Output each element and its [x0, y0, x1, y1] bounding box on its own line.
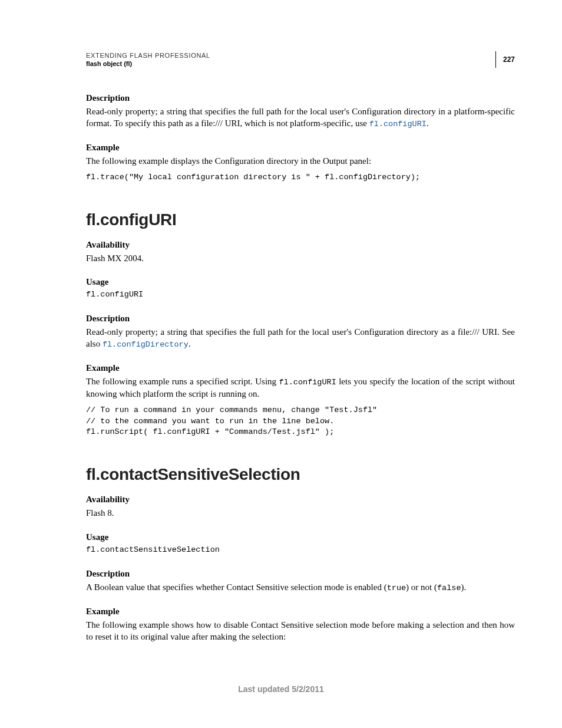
section-title-contactsensitive: fl.contactSensitiveSelection — [86, 465, 515, 484]
example-text: The following example runs a specified s… — [86, 375, 515, 400]
description-text-part2: . — [189, 339, 191, 348]
description-text: Read-only property; a string that specif… — [86, 326, 515, 350]
description-text-part1: A Boolean value that specifies whether C… — [86, 582, 387, 592]
footer-updated: Last updated 5/2/2011 — [0, 684, 562, 694]
page: EXTENDING FLASH PROFESSIONAL flash objec… — [0, 0, 562, 728]
availability-text: Flash 8. — [86, 507, 515, 519]
inline-code-true: true — [387, 584, 406, 592]
description-text: A Boolean value that specifies whether C… — [86, 581, 515, 594]
section-title-configuri: fl.configURI — [86, 210, 515, 229]
description-text-part2: ) or not ( — [406, 582, 437, 592]
content-area: Description Read-only property; a string… — [86, 93, 515, 644]
running-subtitle: flash object (fl) — [86, 60, 515, 68]
example-heading: Example — [86, 143, 515, 153]
usage-heading: Usage — [86, 532, 515, 542]
config-directory-link[interactable]: fl.configDirectory — [103, 340, 189, 349]
usage-heading: Usage — [86, 277, 515, 287]
example-text: The following example displays the Confi… — [86, 155, 515, 167]
usage-code: fl.configURI — [86, 289, 515, 301]
usage-code: fl.contactSensitiveSelection — [86, 545, 515, 556]
example-text: The following example shows how to disab… — [86, 619, 515, 643]
running-title: EXTENDING FLASH PROFESSIONAL — [86, 51, 515, 60]
availability-heading: Availability — [86, 495, 515, 505]
description-text-part1: Read-only property; a string that specif… — [86, 107, 515, 128]
description-heading: Description — [86, 93, 515, 103]
inline-code-false: false — [437, 584, 461, 592]
availability-text: Flash MX 2004. — [86, 252, 515, 264]
description-text-part3: ). — [461, 582, 467, 592]
page-number: 227 — [495, 51, 515, 68]
example-heading: Example — [86, 363, 515, 373]
availability-heading: Availability — [86, 240, 515, 250]
example-text-part1: The following example runs a specified s… — [86, 377, 279, 386]
description-text: Read-only property; a string that specif… — [86, 106, 515, 130]
description-text-part2: . — [427, 118, 429, 128]
description-heading: Description — [86, 314, 515, 324]
config-uri-link[interactable]: fl.configURI — [369, 120, 427, 129]
code-block: fl.trace("My local configuration directo… — [86, 172, 515, 183]
example-heading: Example — [86, 607, 515, 617]
running-header: EXTENDING FLASH PROFESSIONAL flash objec… — [86, 51, 515, 70]
inline-code: fl.configURI — [279, 378, 336, 387]
code-block: // To run a command in your commands men… — [86, 405, 515, 439]
description-heading: Description — [86, 569, 515, 579]
